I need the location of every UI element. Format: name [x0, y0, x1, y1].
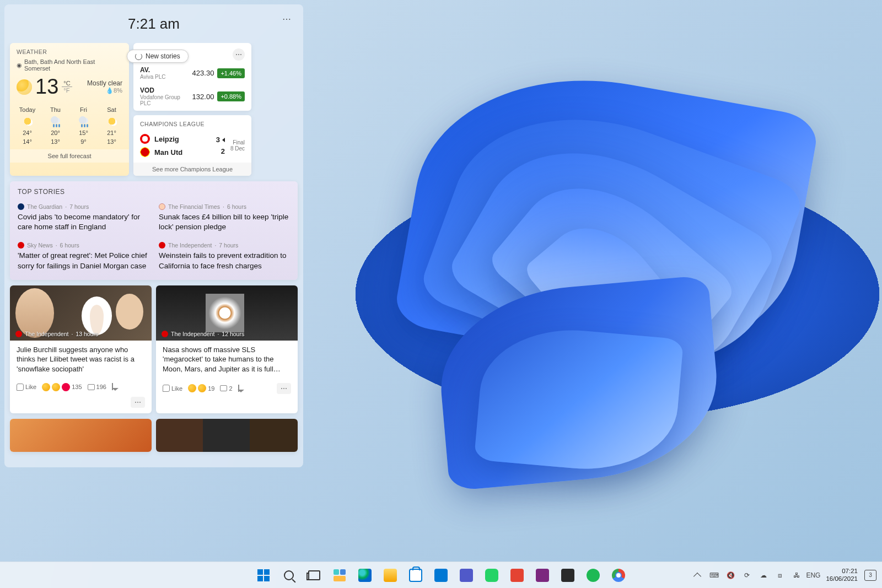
tray-overflow-button[interactable] [690, 568, 704, 582]
teams-icon [460, 569, 473, 582]
watchlist-item[interactable]: AV. Aviva PLC 423.30 +1.46% [133, 64, 251, 84]
top-story-item[interactable]: The Guardian · 7 hours Covid jabs 'to be… [18, 203, 149, 232]
bookmark-icon [112, 383, 113, 390]
notifications-button[interactable]: 3 [863, 568, 878, 582]
tile-more-button[interactable]: ⋯ [131, 397, 145, 408]
watchlist-item[interactable]: VOD Vodafone Group PLC 132.00 +0.88% [133, 84, 251, 111]
news-headline: Julie Burchill suggests anyone who think… [10, 341, 152, 379]
stock-change-badge: +0.88% [217, 91, 245, 101]
weather-card[interactable]: WEATHER ◉ Bath, Bath And North East Some… [10, 43, 129, 176]
todoist-icon [510, 569, 524, 582]
chevron-up-icon [693, 572, 701, 580]
new-stories-button[interactable]: New stories [127, 50, 189, 63]
chrome-icon [612, 569, 625, 582]
news-tile[interactable] [156, 419, 298, 452]
refresh-icon [135, 53, 142, 60]
champions-title: CHAMPIONS LEAGUE [140, 121, 205, 127]
like-button[interactable]: Like [17, 384, 36, 391]
see-full-forecast-button[interactable]: See full forecast [10, 149, 129, 163]
winner-indicator-icon [222, 138, 225, 142]
language-button[interactable]: ENG [806, 568, 820, 582]
stock-change-badge: +1.46% [217, 68, 245, 78]
teams-button[interactable] [455, 564, 477, 586]
thumb-icon [17, 384, 24, 391]
location-icon: ◉ [17, 62, 22, 69]
see-more-champions-button[interactable]: See more Champions League [133, 163, 251, 176]
watchlist-more-button[interactable]: ⋯ [233, 48, 245, 61]
champions-league-card[interactable]: CHAMPIONS LEAGUE Leipzig Man Utd 3 2 Fin… [133, 115, 251, 176]
emoji-icon [52, 383, 60, 391]
tile-more-button[interactable]: ⋯ [277, 383, 291, 394]
weather-temp: 13 [35, 75, 58, 99]
top-story-item[interactable]: The Financial Times · 6 hours Sunak face… [159, 203, 290, 232]
store-button[interactable] [405, 564, 427, 586]
notification-icon: 3 [864, 570, 876, 581]
tray-keyboard-button[interactable]: ⌨ [707, 568, 721, 582]
top-stories-title: TOP STORIES [10, 181, 298, 200]
store-icon [409, 569, 422, 582]
chrome-button[interactable] [607, 564, 630, 586]
guardian-icon [18, 203, 24, 210]
tray-volume-button[interactable]: 🔇 [723, 568, 738, 582]
save-button[interactable] [112, 384, 113, 390]
obsidian-icon [561, 569, 574, 582]
edge-icon [358, 569, 372, 582]
thumb-icon [163, 385, 170, 392]
bookmark-icon [238, 385, 239, 392]
whatsapp-icon [485, 569, 498, 582]
spotify-button[interactable] [582, 564, 604, 586]
weather-condition: Mostly clear [87, 79, 122, 87]
spotify-icon [587, 569, 600, 582]
news-image [156, 419, 298, 452]
top-story-item[interactable]: The Independent · 7 hours Weinstein fail… [159, 242, 290, 271]
widgets-button[interactable] [329, 564, 351, 586]
tray-network-button[interactable]: 🖧 [789, 568, 804, 582]
weather-units[interactable]: °C °F [62, 80, 72, 94]
news-tile[interactable] [10, 419, 152, 452]
windows-icon [257, 569, 270, 581]
like-button[interactable]: Like [163, 385, 182, 392]
ft-icon [159, 203, 165, 210]
save-button[interactable] [238, 385, 239, 392]
edge-button[interactable] [354, 564, 376, 586]
reactions[interactable]: 135 [42, 383, 82, 391]
reactions[interactable]: 19 [188, 384, 214, 392]
news-tile[interactable]: The Independent · 12 hours Nasa shows of… [156, 285, 298, 413]
outlook-button[interactable] [430, 564, 452, 586]
onenote-button[interactable] [531, 564, 553, 586]
taskbar-clock[interactable]: 07:21 16/06/2021 [822, 568, 861, 582]
taskview-button[interactable] [303, 564, 325, 586]
panel-time: 7:21 am [128, 15, 180, 33]
news-headline: Nasa shows off massive SLS 'megarocket' … [156, 341, 298, 379]
sky-icon [18, 242, 24, 249]
search-button[interactable] [278, 564, 300, 586]
moon-icon [17, 79, 32, 95]
independent-icon [159, 242, 165, 249]
start-button[interactable] [252, 564, 275, 586]
manutd-badge-icon [140, 147, 150, 157]
widgets-icon [334, 569, 346, 581]
taskview-icon [308, 570, 320, 580]
weather-location: ◉ Bath, Bath And North East Somerset [10, 58, 129, 72]
taskbar: ⌨ 🔇 ⟳ ☁ ⧈ 🖧 ENG 07:21 16/06/2021 3 [0, 562, 882, 588]
news-tile[interactable]: The Independent · 13 hours Julie Burchil… [10, 285, 152, 413]
top-story-item[interactable]: Sky News · 6 hours 'Matter of great regr… [18, 242, 149, 271]
emoji-icon [188, 384, 196, 392]
whatsapp-button[interactable] [481, 564, 503, 586]
emoji-icon [198, 384, 206, 392]
comment-icon [220, 385, 227, 391]
panel-more-button[interactable]: ⋯ [280, 12, 293, 25]
outlook-icon [434, 569, 448, 582]
onenote-icon [536, 569, 549, 582]
tray-dropbox-button[interactable]: ⧈ [773, 568, 787, 582]
explorer-button[interactable] [379, 564, 401, 586]
top-stories-card: TOP STORIES The Guardian · 7 hours Covid… [10, 181, 298, 280]
comments-button[interactable]: 196 [88, 384, 106, 390]
comments-button[interactable]: 2 [220, 385, 232, 392]
heart-icon [62, 383, 70, 391]
leipzig-badge-icon [140, 134, 150, 144]
obsidian-button[interactable] [557, 564, 579, 586]
tray-wifi-button[interactable]: ⟳ [740, 568, 754, 582]
tray-onedrive-button[interactable]: ☁ [756, 568, 771, 582]
todoist-button[interactable] [506, 564, 528, 586]
